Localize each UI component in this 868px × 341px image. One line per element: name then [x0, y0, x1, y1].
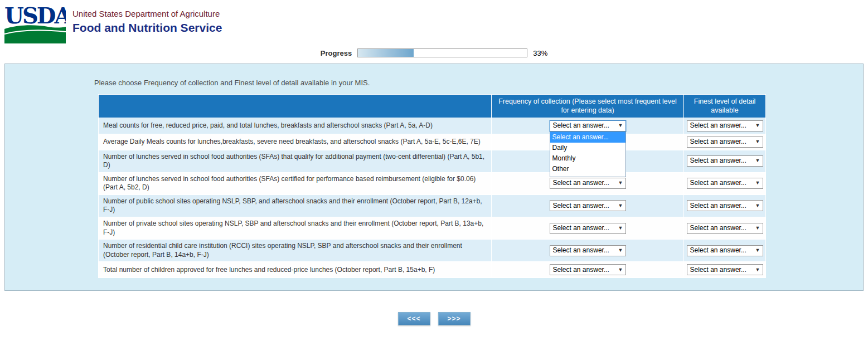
- chevron-down-icon: ▼: [618, 225, 623, 232]
- finest-select-value: Select an answer...: [690, 266, 746, 275]
- table-row: Number of lunches served in school food …: [99, 150, 766, 172]
- finest-cell: Select an answer... ▼: [684, 194, 766, 217]
- chevron-down-icon: ▼: [755, 203, 760, 210]
- finest-cell: Select an answer... ▼: [684, 118, 766, 134]
- progress-section: Progress 33%: [0, 48, 868, 58]
- progress-bar: [357, 48, 527, 57]
- frequency-select[interactable]: Select an answer... ▼: [550, 120, 626, 131]
- finest-select[interactable]: Select an answer... ▼: [687, 155, 763, 167]
- table-row: Number of public school sites operating …: [99, 194, 766, 217]
- finest-select[interactable]: Select an answer... ▼: [687, 200, 763, 211]
- frequency-select[interactable]: Select an answer... ▼: [550, 223, 626, 234]
- finest-select[interactable]: Select an answer... ▼: [687, 264, 763, 275]
- chevron-down-icon: ▼: [755, 123, 760, 129]
- chevron-down-icon: ▼: [755, 180, 760, 187]
- table-header-row: Frequency of collection (Please select m…: [99, 95, 766, 118]
- agency-name: Food and Nutrition Service: [72, 21, 222, 35]
- frequency-cell: Select an answer... ▼: [492, 217, 684, 240]
- finest-select[interactable]: Select an answer... ▼: [687, 178, 763, 189]
- finest-cell: Select an answer... ▼: [684, 150, 766, 172]
- row-label: Total number of children approved for fr…: [99, 262, 492, 278]
- chevron-down-icon: ▼: [618, 247, 623, 254]
- header-item: [99, 95, 492, 118]
- frequency-select-value: Select an answer...: [553, 246, 609, 255]
- chevron-down-icon: ▼: [755, 225, 760, 232]
- chevron-down-icon: ▼: [618, 267, 623, 274]
- frequency-select[interactable]: Select an answer... ▼: [550, 264, 626, 275]
- table-row: Meal counts for free, reduced price, pai…: [99, 118, 766, 134]
- frequency-select[interactable]: Select an answer... ▼: [550, 200, 626, 211]
- department-name: United States Department of Agriculture: [72, 9, 222, 18]
- frequency-select-value: Select an answer...: [553, 179, 609, 188]
- table-row: Number of lunches served in school food …: [99, 172, 766, 194]
- previous-button[interactable]: <<<: [398, 312, 430, 325]
- progress-fill: [358, 49, 414, 57]
- chevron-down-icon: ▼: [755, 139, 760, 145]
- row-label: Average Daily Meals counts for lunches,b…: [99, 134, 492, 150]
- finest-select-value: Select an answer...: [690, 179, 746, 188]
- row-label: Number of private school sites operating…: [99, 217, 492, 240]
- dropdown-option-select-an-answer[interactable]: Select an answer...: [550, 132, 625, 143]
- frequency-select-value: Select an answer...: [553, 202, 609, 211]
- survey-table: Frequency of collection (Please select m…: [98, 94, 766, 278]
- progress-percent: 33%: [533, 49, 547, 57]
- dropdown-option-other[interactable]: Other: [550, 164, 625, 174]
- table-row: Number of private school sites operating…: [99, 217, 766, 240]
- finest-select-value: Select an answer...: [690, 224, 746, 233]
- finest-select-value: Select an answer...: [690, 157, 746, 165]
- frequency-select[interactable]: Select an answer... ▼: [550, 245, 626, 256]
- frequency-select[interactable]: Select an answer... ▼: [550, 178, 626, 189]
- frequency-cell: Select an answer... ▼: [492, 240, 684, 262]
- header-finest: Finest level of detail available: [684, 95, 766, 118]
- row-label: Number of residential child care institu…: [99, 240, 492, 262]
- dropdown-option-monthly[interactable]: Monthly: [550, 153, 625, 164]
- frequency-select-value: Select an answer...: [553, 224, 609, 233]
- pagination-nav: <<< >>>: [0, 312, 868, 325]
- finest-select[interactable]: Select an answer... ▼: [687, 120, 763, 131]
- table-row: Total number of children approved for fr…: [99, 262, 766, 278]
- usda-header: USDA United States Department of Agricul…: [0, 0, 868, 46]
- frequency-cell: Select an answer... ▼: [492, 194, 684, 217]
- finest-select-value: Select an answer...: [690, 138, 746, 147]
- frequency-dropdown-list: Select an answer... Daily Monthly Other: [550, 131, 626, 177]
- finest-select[interactable]: Select an answer... ▼: [687, 245, 763, 256]
- table-row: Average Daily Meals counts for lunches,b…: [99, 134, 766, 150]
- table-row: Number of residential child care institu…: [99, 240, 766, 262]
- chevron-down-icon: ▼: [755, 247, 760, 254]
- frequency-cell: Select an answer... ▼ Select an answer..…: [492, 118, 684, 134]
- chevron-down-icon: ▼: [618, 180, 623, 187]
- instruction-text: Please choose Frequency of collection an…: [94, 79, 863, 87]
- finest-select[interactable]: Select an answer... ▼: [687, 223, 763, 234]
- frequency-select-value: Select an answer...: [553, 121, 609, 130]
- chevron-down-icon: ▼: [618, 203, 623, 210]
- chevron-down-icon: ▼: [618, 123, 623, 129]
- finest-select-value: Select an answer...: [690, 202, 746, 211]
- row-label: Number of public school sites operating …: [99, 194, 492, 217]
- finest-cell: Select an answer... ▼: [684, 217, 766, 240]
- usda-logo-text: USDA: [4, 2, 66, 28]
- finest-cell: Select an answer... ▼: [684, 262, 766, 278]
- chevron-down-icon: ▼: [755, 267, 760, 274]
- finest-cell: Select an answer... ▼: [684, 172, 766, 194]
- finest-select-value: Select an answer...: [690, 121, 746, 130]
- agency-identity: United States Department of Agriculture …: [72, 2, 222, 35]
- frequency-cell: Select an answer... ▼: [492, 262, 684, 278]
- finest-select[interactable]: Select an answer... ▼: [687, 137, 763, 148]
- dropdown-option-daily[interactable]: Daily: [550, 143, 625, 153]
- row-label: Number of lunches served in school food …: [99, 150, 492, 172]
- row-label: Meal counts for free, reduced price, pai…: [99, 118, 492, 134]
- usda-logo: USDA: [4, 2, 66, 43]
- frequency-select-value: Select an answer...: [553, 266, 609, 275]
- row-label: Number of lunches served in school food …: [99, 172, 492, 194]
- finest-select-value: Select an answer...: [690, 246, 746, 255]
- usda-logo-field: [4, 25, 66, 43]
- finest-cell: Select an answer... ▼: [684, 134, 766, 150]
- chevron-down-icon: ▼: [755, 158, 760, 164]
- survey-panel: Please choose Frequency of collection an…: [4, 64, 864, 291]
- next-button[interactable]: >>>: [438, 312, 471, 325]
- header-frequency: Frequency of collection (Please select m…: [492, 95, 684, 118]
- finest-cell: Select an answer... ▼: [684, 240, 766, 262]
- progress-label: Progress: [321, 49, 352, 57]
